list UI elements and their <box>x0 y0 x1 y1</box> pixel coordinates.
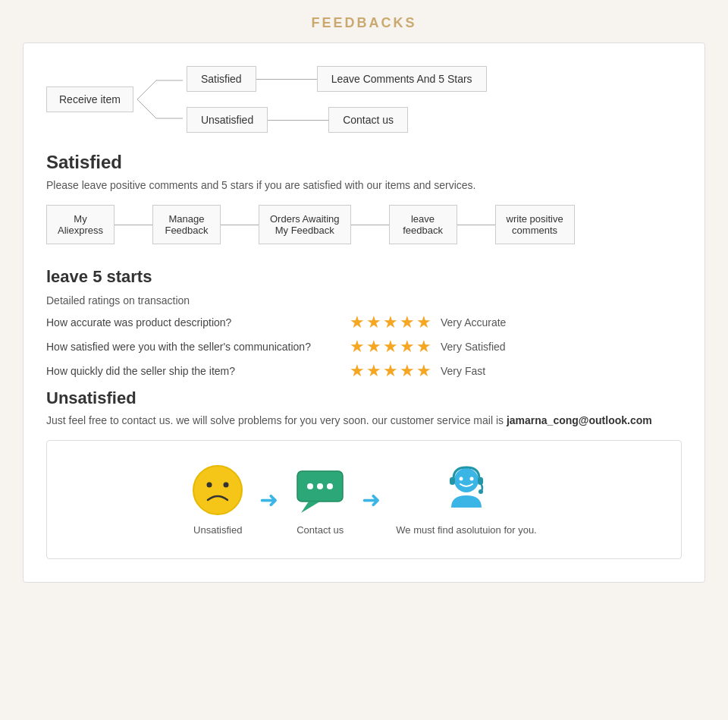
flow-unsatisfied-box: Unsatisfied <box>187 107 268 133</box>
chat-icon <box>293 464 347 517</box>
flow-unsatisfied-row: Unsatisfied Contact us <box>187 107 487 133</box>
arrow-1: ➜ <box>259 486 278 513</box>
support-icon <box>440 464 493 517</box>
rating-question-2: How quickly did the seller ship the item… <box>46 365 350 377</box>
star-2: ★ <box>366 337 381 357</box>
step-line-3 <box>457 225 495 225</box>
step-line-2 <box>351 225 389 225</box>
rating-question-0: How accurate was product description? <box>46 316 350 329</box>
step-leave-feedback: leave feedback <box>389 205 457 244</box>
stars-2: ★ ★ ★ ★ ★ <box>350 361 431 381</box>
svg-point-6 <box>224 483 229 488</box>
flow-contact-us-box: Contact us <box>328 107 408 133</box>
svg-line-0 <box>137 80 156 99</box>
svg-rect-15 <box>450 477 455 485</box>
contact-us-label: Contact us <box>297 524 344 536</box>
star-5: ★ <box>416 337 431 357</box>
rating-question-1: How satisfied were you with the seller's… <box>46 341 350 353</box>
flow-satisfied-row: Satisfied Leave Comments And 5 Stars <box>187 66 487 92</box>
unsatisfied-contact-label: Unsatisfied <box>193 524 242 536</box>
star-3: ★ <box>383 361 398 381</box>
star-2: ★ <box>366 361 381 381</box>
svg-line-2 <box>137 99 156 118</box>
star-3: ★ <box>383 313 398 332</box>
svg-point-10 <box>317 483 323 489</box>
svg-point-17 <box>479 489 483 494</box>
arrow-2: ➜ <box>362 486 381 513</box>
contact-item-solution: We must find asolutuion for you. <box>396 464 536 536</box>
steps-row: My Aliexpress Manage Feedback Orders Awa… <box>46 205 682 244</box>
leave-stars-heading: leave 5 starts <box>46 267 682 287</box>
satisfied-heading: Satisfied <box>46 152 682 173</box>
flow-branches: Satisfied Leave Comments And 5 Stars Uns… <box>187 66 487 133</box>
solution-label: We must find asolutuion for you. <box>396 524 536 536</box>
contact-item-unsatisfied: Unsatisfied <box>191 464 244 536</box>
svg-point-9 <box>307 483 313 489</box>
step-write-positive: write positive comments <box>495 205 575 244</box>
unsatisfied-desc: Just feel free to contact us. we will so… <box>46 414 682 426</box>
stars-1: ★ ★ ★ ★ ★ <box>350 337 431 357</box>
svg-marker-8 <box>301 501 320 513</box>
step-orders-awaiting: Orders Awaiting My Feedback <box>259 205 351 244</box>
svg-point-12 <box>454 468 479 492</box>
star-4: ★ <box>400 313 415 332</box>
rating-row-2: How quickly did the seller ship the item… <box>46 361 682 381</box>
rating-label-0: Very Accurate <box>441 316 516 329</box>
star-5: ★ <box>416 313 431 332</box>
step-line-0 <box>115 225 152 225</box>
satisfied-description: Please leave positive comments and 5 sta… <box>46 179 682 191</box>
contact-box: Unsatisfied ➜ Contact us ➜ <box>46 440 682 559</box>
star-3: ★ <box>383 337 398 357</box>
svg-point-4 <box>193 466 242 514</box>
svg-point-11 <box>327 483 333 489</box>
star-5: ★ <box>416 361 431 381</box>
stars-0: ★ ★ ★ ★ ★ <box>350 313 431 332</box>
ratings-detail-label: Detailed ratings on transaction <box>46 294 682 307</box>
rating-row-1: How satisfied were you with the seller's… <box>46 337 682 357</box>
star-4: ★ <box>400 337 415 357</box>
flow-line-1 <box>256 79 317 80</box>
main-card: Receive item Satisfied Leave Comments An… <box>23 42 705 583</box>
contact-item-chat: Contact us <box>293 464 347 536</box>
star-1: ★ <box>350 337 365 357</box>
branch-lines <box>137 69 183 130</box>
page-title: FEEDBACKS <box>311 15 416 30</box>
flow-diagram: Receive item Satisfied Leave Comments An… <box>46 66 682 133</box>
step-my-aliexpress: My Aliexpress <box>46 205 115 244</box>
flow-line-2 <box>268 120 328 121</box>
svg-point-13 <box>460 477 463 481</box>
rating-label-1: Very Satisfied <box>441 341 516 353</box>
step-manage-feedback: Manage Feedback <box>152 205 221 244</box>
flow-leave-comments-box: Leave Comments And 5 Stars <box>317 66 487 92</box>
star-1: ★ <box>350 313 365 332</box>
svg-point-5 <box>207 483 212 488</box>
step-line-1 <box>221 225 259 225</box>
svg-point-14 <box>470 477 474 481</box>
star-2: ★ <box>366 313 381 332</box>
sad-face-icon <box>191 464 244 517</box>
star-4: ★ <box>400 361 415 381</box>
page-header: FEEDBACKS <box>0 0 728 42</box>
unsatisfied-heading: Unsatisfied <box>46 388 682 408</box>
ratings-section: Detailed ratings on transaction How accu… <box>46 294 682 381</box>
unsatisfied-desc-before: Just feel free to contact us. we will so… <box>46 414 507 426</box>
unsatisfied-email: jamarna_cong@outlook.com <box>507 414 652 426</box>
rating-label-2: Very Fast <box>441 365 516 377</box>
rating-row-0: How accurate was product description? ★ … <box>46 313 682 332</box>
star-1: ★ <box>350 361 365 381</box>
flow-receive-item: Receive item <box>46 86 133 112</box>
flow-satisfied-box: Satisfied <box>187 66 256 92</box>
